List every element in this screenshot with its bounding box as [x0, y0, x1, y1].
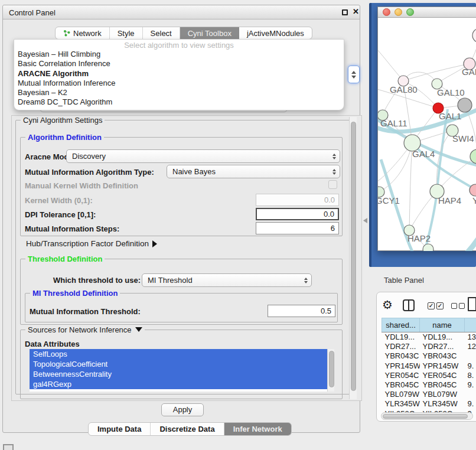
table-row[interactable]: YER054CYER054C8.	[382, 370, 476, 380]
node-label-gal4: GAL4	[412, 149, 435, 159]
data-attributes-list: SelfLoopsTopologicalCoefficientBetweenne…	[30, 349, 327, 392]
aracne-mode-combo[interactable]: Discovery	[66, 149, 340, 163]
close-panel-icon[interactable]: ✕	[353, 7, 359, 16]
zoom-window-icon[interactable]	[406, 8, 414, 16]
which-threshold-combo[interactable]: MI Threshold	[142, 273, 312, 287]
collapse-down-icon	[135, 327, 142, 332]
minimize-window-icon[interactable]	[395, 8, 402, 16]
column-header-a[interactable]: A	[465, 318, 476, 332]
manual-kernel-label: Manual Kernel Width Definition	[25, 181, 138, 190]
algorithm-option-mutual-information-inference[interactable]: Mutual Information Inference	[14, 79, 344, 88]
table-horizontal-scrollbar[interactable]	[381, 412, 473, 420]
control-panel-title: Control Panel	[9, 8, 56, 17]
combo-arrows-icon	[304, 278, 308, 283]
splitter-collapse-icon[interactable]	[363, 218, 367, 223]
attribute-item-gal4rgexp[interactable]: gal4RGexp	[30, 379, 327, 389]
control-panel: Control Panel ✕ NetworkStyleSelectCyni T…	[2, 5, 360, 433]
network-node[interactable]	[423, 244, 433, 251]
tab-cyni-toolbox[interactable]: Cyni Toolbox	[180, 27, 239, 39]
table-row[interactable]: YLR345WYLR345W9.	[382, 399, 476, 409]
node-label-gal11: GAL11	[380, 118, 407, 128]
tab-jactivemnodules[interactable]: jActiveMNodules	[239, 27, 312, 39]
network-icon	[63, 30, 70, 37]
table-row[interactable]: YPR145WYPR145W9.	[382, 361, 476, 370]
float-panel-icon[interactable]	[342, 9, 348, 15]
apply-button[interactable]: Apply	[161, 403, 204, 416]
combo-spinner-fragment[interactable]	[348, 66, 360, 83]
network-edge[interactable]	[448, 229, 476, 251]
tab-network[interactable]: Network	[56, 27, 110, 39]
combo-arrows-icon	[332, 169, 336, 175]
spinner-down-icon	[351, 76, 356, 79]
network-node[interactable]	[472, 28, 476, 43]
table-row[interactable]: YDL19...YDL19...13	[382, 332, 476, 342]
algorithm-option-basic-correlation-inference[interactable]: Basic Correlation Inference	[14, 59, 344, 69]
mi-type-combo[interactable]: Naive Bayes	[167, 165, 340, 178]
network-window-titlebar[interactable]	[378, 7, 476, 18]
checked-boxes-icon[interactable]: ✓✓	[428, 302, 444, 309]
node-label-gal80: GAL80	[390, 84, 418, 94]
node-label-swi4: SWI4	[452, 133, 474, 144]
dpi-tolerance-field[interactable]: 0.0	[256, 208, 339, 220]
node-label-gal10: GAL10	[437, 87, 465, 97]
column-header-name[interactable]: name	[420, 318, 465, 332]
table-panel-header: Table Panel	[361, 269, 476, 291]
attribute-item-betweennesscentrality[interactable]: BetweennessCentrality	[30, 369, 327, 379]
algorithm-option-dream8-dc-tdc-algorithm[interactable]: Dream8 DC_TDC Algorithm	[14, 97, 344, 107]
network-node[interactable]	[470, 149, 476, 164]
algorithm-dropdown-popup: Select algorithm to view settings Bayesi…	[14, 39, 344, 110]
kernel-width-field[interactable]: 0.0	[256, 194, 339, 206]
attribute-item-selfloops[interactable]: SelfLoops	[30, 349, 327, 359]
network-node[interactable]	[458, 98, 472, 112]
scrollbar-thumb[interactable]	[383, 414, 468, 419]
table-row[interactable]: YBR045CYBR045C9.	[382, 380, 476, 389]
which-threshold-label: Which threshold to use:	[53, 276, 141, 285]
attribute-list-scrollbar[interactable]	[327, 349, 334, 392]
unchecked-boxes-icon[interactable]	[451, 303, 465, 309]
algorithm-option-bayesian-hill-climbing[interactable]: Bayesian – Hill Climbing	[14, 50, 344, 59]
network-window-frame: GALGAL80GAL10GAL1GAL11SWI4GAL4GCY1HAP4YH…	[369, 3, 476, 267]
table-row[interactable]: YBL079WYBL079W	[382, 390, 476, 399]
table-row[interactable]: YBR043CYBR043C	[382, 351, 476, 361]
algorithm-option-bayesian-k2[interactable]: Bayesian – K2	[14, 88, 344, 97]
table-row[interactable]: YDR27...YDR27...12	[382, 342, 476, 351]
table-body: YDL19...YDL19...13YDR27...YDR27...12YBR0…	[382, 332, 476, 419]
network-edge[interactable]	[378, 47, 403, 81]
attribute-item-topologicalcoefficient[interactable]: TopologicalCoefficient	[30, 359, 327, 369]
data-attributes-label: Data Attributes	[25, 340, 80, 348]
mi-threshold-field[interactable]: 0.5	[268, 305, 335, 317]
tab-discretize-data[interactable]: Discretize Data	[151, 423, 224, 435]
combo-arrows-icon	[332, 154, 336, 159]
algorithm-option-aracne-algorithm[interactable]: ARACNE Algorithm	[14, 69, 344, 79]
threshold-definition-title: Threshold Definition	[25, 255, 105, 263]
node-label-hap4: HAP4	[438, 195, 461, 206]
network-edge[interactable]	[424, 109, 448, 251]
table-panel-title: Table Panel	[384, 276, 424, 285]
mi-steps-label: Mutual Information Steps:	[25, 224, 119, 233]
column-header-shared[interactable]: shared...	[382, 318, 420, 332]
sources-title[interactable]: Sources for Network Inference	[25, 325, 145, 334]
tab-impute-data[interactable]: Impute Data	[89, 423, 151, 435]
gear-icon[interactable]: ⚙	[382, 299, 393, 311]
network-window: GALGAL80GAL10GAL1GAL11SWI4GAL4GCY1HAP4YH…	[377, 6, 476, 251]
mi-steps-field[interactable]: 6	[256, 222, 339, 234]
table-header-row[interactable]: shared...nameA	[382, 318, 476, 332]
columns-icon[interactable]	[403, 299, 415, 311]
algorithm-popup-placeholder: Select algorithm to view settings	[14, 41, 344, 50]
tab-style[interactable]: Style	[110, 27, 143, 39]
node-label-gal: GAL	[462, 67, 476, 77]
close-window-icon[interactable]	[383, 8, 390, 16]
table-card: ⚙ ✓✓ shared...nameA YDL19...YDL19...13YD…	[376, 292, 476, 422]
minimized-panel-icon[interactable]	[3, 444, 14, 450]
settings-scrollbar[interactable]	[349, 117, 357, 399]
algorithm-popup-items: Bayesian – Hill ClimbingBasic Correlatio…	[14, 50, 344, 107]
tab-select[interactable]: Select	[143, 27, 180, 39]
tab-infer-network[interactable]: Infer Network	[224, 423, 291, 435]
page-icon[interactable]	[468, 297, 476, 311]
control-panel-tabs: NetworkStyleSelectCyni ToolboxjActiveMNo…	[55, 27, 312, 40]
node-label-gcy1: GCY1	[378, 195, 400, 206]
hub-definition-toggle[interactable]: Hub/Transcription Factor Definition	[26, 239, 157, 248]
cyni-mode-tabs: Impute DataDiscretize DataInfer Network	[88, 422, 292, 436]
manual-kernel-checkbox[interactable]	[328, 180, 337, 189]
network-canvas[interactable]: GALGAL80GAL10GAL1GAL11SWI4GAL4GCY1HAP4YH…	[378, 18, 476, 251]
